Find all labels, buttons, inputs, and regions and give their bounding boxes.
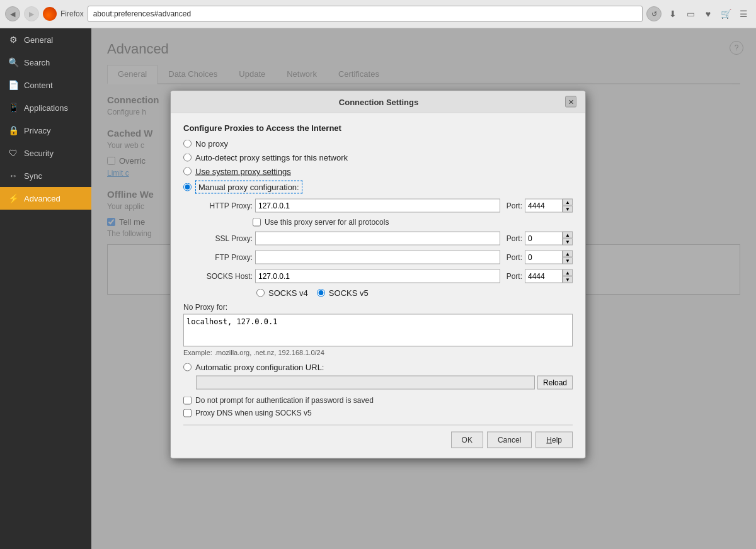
sidebar: ⚙ General 🔍 Search 📄 Content 📱 Applicati… xyxy=(0,28,91,549)
auto-detect-label: Auto-detect proxy settings for this netw… xyxy=(195,153,348,162)
sidebar-item-security[interactable]: 🛡 Security xyxy=(0,142,91,164)
general-icon: ⚙ xyxy=(8,35,19,45)
manual-proxy-label: Manual proxy configuration: xyxy=(195,181,302,194)
socks-host-label: SOCKS Host: xyxy=(196,272,253,281)
http-port-input[interactable] xyxy=(525,199,563,213)
socks-port-input[interactable] xyxy=(525,269,563,283)
no-proxy-for-label: No Proxy for: xyxy=(183,303,573,312)
sidebar-label-general: General xyxy=(24,35,53,45)
socks-port-up[interactable]: ▲ xyxy=(563,269,573,276)
forward-button[interactable]: ▶ xyxy=(24,6,39,21)
http-proxy-input[interactable] xyxy=(255,199,500,213)
example-text: Example: .mozilla.org, .net.nz, 192.168.… xyxy=(183,349,573,356)
proxy-fields: HTTP Proxy: Port: ▲ ▼ xyxy=(196,199,573,298)
sidebar-item-sync[interactable]: ↔ Sync xyxy=(0,164,91,187)
ssl-proxy-input[interactable] xyxy=(255,232,500,246)
no-proxy-section: No Proxy for: localhost, 127.0.0.1 Examp… xyxy=(183,303,573,356)
ftp-port-up[interactable]: ▲ xyxy=(563,251,573,258)
socks-v5-label: SOCKS v5 xyxy=(329,288,369,298)
security-icon: 🛡 xyxy=(8,148,19,158)
auto-detect-radio[interactable] xyxy=(183,154,192,162)
ftp-proxy-input[interactable] xyxy=(255,251,500,264)
system-proxy-radio[interactable] xyxy=(183,167,192,176)
manual-proxy-radio[interactable] xyxy=(183,183,192,191)
sidebar-label-content: Content xyxy=(24,81,53,90)
http-port-down[interactable]: ▼ xyxy=(563,206,573,213)
socks-host-row: SOCKS Host: Port: ▲ ▼ xyxy=(196,269,573,283)
ssl-proxy-label: SSL Proxy: xyxy=(196,234,253,243)
ftp-proxy-row: FTP Proxy: Port: ▲ ▼ xyxy=(196,251,573,264)
sidebar-label-security: Security xyxy=(24,149,54,158)
cancel-button[interactable]: Cancel xyxy=(487,432,532,448)
ssl-port-down[interactable]: ▼ xyxy=(563,239,573,246)
help-button[interactable]: Help xyxy=(536,432,573,448)
socks-host-input[interactable] xyxy=(255,269,500,283)
firefox-label: Firefox xyxy=(60,9,84,18)
http-port-label: Port: xyxy=(507,201,522,210)
content-icon: 📄 xyxy=(8,80,19,90)
sidebar-item-advanced[interactable]: ⚡ Advanced xyxy=(0,187,91,210)
download-icon[interactable]: ⬇ xyxy=(665,6,680,21)
socks-version-row: SOCKS v4 SOCKS v5 xyxy=(256,288,573,298)
ftp-port-input[interactable] xyxy=(525,251,563,264)
socks-v4-label: SOCKS v4 xyxy=(268,288,308,298)
ssl-port-up[interactable]: ▲ xyxy=(563,232,573,239)
no-auth-checkbox[interactable] xyxy=(183,396,192,404)
back-button[interactable]: ◀ xyxy=(5,6,20,21)
help-underline: H xyxy=(546,436,552,444)
sidebar-item-content[interactable]: 📄 Content xyxy=(0,74,91,96)
sidebar-label-applications: Applications xyxy=(24,103,68,113)
privacy-icon: 🔒 xyxy=(8,125,19,135)
no-proxy-textarea[interactable]: localhost, 127.0.0.1 xyxy=(183,314,573,347)
use-for-all-checkbox[interactable] xyxy=(253,218,261,226)
ftp-proxy-label: FTP Proxy: xyxy=(196,253,253,262)
sidebar-item-general[interactable]: ⚙ General xyxy=(0,28,91,51)
socks-port-down[interactable]: ▼ xyxy=(563,276,573,283)
socks-v5-radio[interactable] xyxy=(317,289,325,297)
no-auth-prompt-row: Do not prompt for authentication if pass… xyxy=(183,396,573,405)
no-auth-label: Do not prompt for authentication if pass… xyxy=(195,396,374,405)
advanced-icon: ⚡ xyxy=(8,193,19,203)
auto-detect-option: Auto-detect proxy settings for this netw… xyxy=(183,153,573,162)
socks-v4-radio[interactable] xyxy=(256,289,265,297)
browser-toolbar: ⬇ ▭ ♥ 🛒 ☰ xyxy=(665,6,751,21)
use-for-all-label: Use this proxy server for all protocols xyxy=(265,218,389,227)
http-port-spinner: ▲ ▼ xyxy=(563,199,573,213)
url-text: about:preferences#advanced xyxy=(93,9,191,18)
menu-icon[interactable]: ☰ xyxy=(736,6,751,21)
dialog-header: Connection Settings ✕ xyxy=(171,91,585,113)
http-proxy-row: HTTP Proxy: Port: ▲ ▼ xyxy=(196,199,573,213)
auto-proxy-url-input[interactable] xyxy=(196,376,535,390)
search-icon: 🔍 xyxy=(8,57,19,67)
no-proxy-radio[interactable] xyxy=(183,140,192,148)
auto-proxy-radio[interactable] xyxy=(183,363,192,371)
use-for-all-row: Use this proxy server for all protocols xyxy=(253,218,573,227)
ftp-port-down[interactable]: ▼ xyxy=(563,258,573,264)
browser-chrome: ◀ ▶ Firefox about:preferences#advanced ↺… xyxy=(0,0,756,28)
sidebar-item-privacy[interactable]: 🔒 Privacy xyxy=(0,119,91,142)
pocket-icon[interactable]: ♥ xyxy=(701,6,716,21)
dialog-buttons: OK Cancel Help xyxy=(183,425,573,448)
socks-port-label: Port: xyxy=(507,272,522,281)
sidebar-label-search: Search xyxy=(24,58,50,67)
sidebar-item-applications[interactable]: 📱 Applications xyxy=(0,96,91,119)
dialog-title: Connection Settings xyxy=(192,97,565,106)
proxy-dns-checkbox[interactable] xyxy=(183,409,192,417)
auto-proxy-row: Automatic proxy configuration URL: xyxy=(183,363,573,372)
sidebar-item-search[interactable]: 🔍 Search xyxy=(0,51,91,74)
ok-button[interactable]: OK xyxy=(451,432,483,448)
manual-proxy-option: Manual proxy configuration: xyxy=(183,181,573,194)
auto-proxy-input-row: Reload xyxy=(196,376,573,390)
sidebar-label-privacy: Privacy xyxy=(24,126,51,135)
http-proxy-label: HTTP Proxy: xyxy=(196,201,253,210)
address-bar[interactable]: about:preferences#advanced xyxy=(88,6,643,22)
tab-icon[interactable]: ▭ xyxy=(683,6,698,21)
cart-icon[interactable]: 🛒 xyxy=(718,6,733,21)
reload-button[interactable]: ↺ xyxy=(646,6,662,21)
dialog-close-button[interactable]: ✕ xyxy=(565,96,576,108)
firefox-logo xyxy=(43,7,57,21)
http-port-up[interactable]: ▲ xyxy=(563,199,573,206)
ssl-port-input[interactable] xyxy=(525,232,563,246)
reload-button[interactable]: Reload xyxy=(537,376,573,390)
system-proxy-label: Use system proxy settings xyxy=(195,167,291,176)
